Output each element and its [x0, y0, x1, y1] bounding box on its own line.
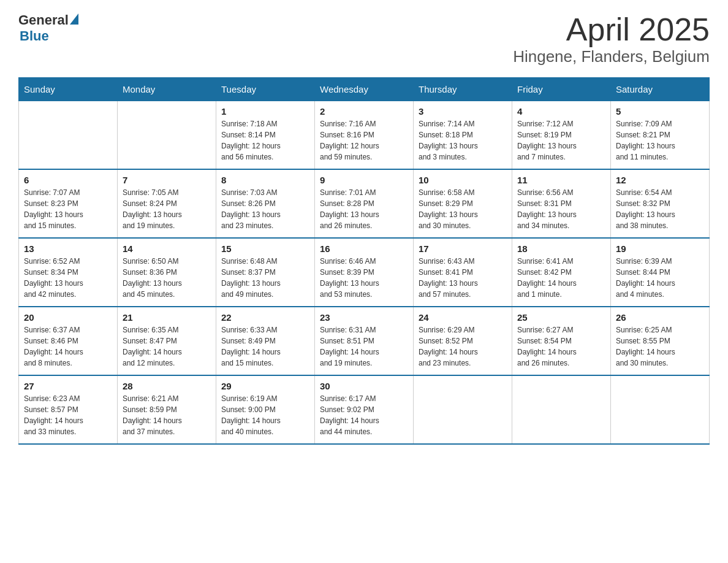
day-info: Sunrise: 6:50 AM Sunset: 8:36 PM Dayligh… [123, 256, 211, 300]
day-number: 18 [517, 243, 605, 254]
logo-triangle-icon [70, 13, 78, 25]
day-number: 29 [221, 381, 309, 391]
day-info: Sunrise: 6:39 AM Sunset: 8:44 PM Dayligh… [616, 256, 704, 300]
calendar-week-row: 27Sunrise: 6:23 AM Sunset: 8:57 PM Dayli… [19, 375, 710, 444]
calendar-cell: 4Sunrise: 7:12 AM Sunset: 8:19 PM Daylig… [512, 101, 611, 170]
day-info: Sunrise: 6:37 AM Sunset: 8:46 PM Dayligh… [24, 324, 112, 369]
day-info: Sunrise: 6:29 AM Sunset: 8:52 PM Dayligh… [419, 324, 507, 369]
day-number: 25 [517, 312, 605, 323]
day-info: Sunrise: 7:12 AM Sunset: 8:19 PM Dayligh… [517, 118, 605, 163]
day-number: 17 [419, 243, 507, 254]
calendar-cell: 3Sunrise: 7:14 AM Sunset: 8:18 PM Daylig… [414, 101, 512, 170]
day-info: Sunrise: 6:27 AM Sunset: 8:54 PM Dayligh… [517, 324, 605, 369]
calendar-cell: 22Sunrise: 6:33 AM Sunset: 8:49 PM Dayli… [216, 307, 315, 375]
logo-blue-text: Blue [20, 28, 49, 44]
calendar-week-row: 6Sunrise: 7:07 AM Sunset: 8:23 PM Daylig… [19, 169, 710, 238]
page-title: April 2025 [513, 12, 710, 47]
calendar-cell: 1Sunrise: 7:18 AM Sunset: 8:14 PM Daylig… [216, 101, 315, 170]
day-info: Sunrise: 6:31 AM Sunset: 8:51 PM Dayligh… [320, 324, 408, 369]
calendar-cell: 27Sunrise: 6:23 AM Sunset: 8:57 PM Dayli… [19, 375, 118, 444]
day-info: Sunrise: 7:14 AM Sunset: 8:18 PM Dayligh… [419, 118, 507, 163]
calendar-cell: 18Sunrise: 6:41 AM Sunset: 8:42 PM Dayli… [512, 238, 611, 307]
day-info: Sunrise: 7:01 AM Sunset: 8:28 PM Dayligh… [320, 187, 408, 231]
day-number: 3 [419, 106, 507, 117]
day-number: 8 [221, 175, 309, 185]
day-info: Sunrise: 6:21 AM Sunset: 8:59 PM Dayligh… [123, 393, 211, 437]
logo: General Blue [18, 12, 78, 44]
calendar-cell: 7Sunrise: 7:05 AM Sunset: 8:24 PM Daylig… [118, 169, 216, 238]
day-number: 6 [24, 175, 112, 185]
day-number: 20 [24, 312, 112, 323]
calendar-cell [118, 101, 216, 170]
day-info: Sunrise: 7:18 AM Sunset: 8:14 PM Dayligh… [221, 118, 309, 163]
calendar-cell: 15Sunrise: 6:48 AM Sunset: 8:37 PM Dayli… [216, 238, 315, 307]
calendar-header-tuesday: Tuesday [216, 78, 315, 101]
calendar-cell [19, 101, 118, 170]
day-number: 13 [24, 243, 112, 254]
calendar-header-sunday: Sunday [19, 78, 118, 101]
calendar-cell: 11Sunrise: 6:56 AM Sunset: 8:31 PM Dayli… [512, 169, 611, 238]
day-info: Sunrise: 6:23 AM Sunset: 8:57 PM Dayligh… [24, 393, 112, 437]
calendar-header-friday: Friday [512, 78, 611, 101]
day-info: Sunrise: 6:43 AM Sunset: 8:41 PM Dayligh… [419, 256, 507, 300]
day-number: 21 [123, 312, 211, 323]
day-number: 10 [419, 175, 507, 185]
calendar-cell: 24Sunrise: 6:29 AM Sunset: 8:52 PM Dayli… [414, 307, 512, 375]
calendar-cell: 14Sunrise: 6:50 AM Sunset: 8:36 PM Dayli… [118, 238, 216, 307]
calendar-cell: 13Sunrise: 6:52 AM Sunset: 8:34 PM Dayli… [19, 238, 118, 307]
day-number: 30 [320, 381, 408, 391]
day-number: 16 [320, 243, 408, 254]
calendar-cell: 5Sunrise: 7:09 AM Sunset: 8:21 PM Daylig… [611, 101, 710, 170]
calendar-cell: 23Sunrise: 6:31 AM Sunset: 8:51 PM Dayli… [315, 307, 414, 375]
calendar-cell: 10Sunrise: 6:58 AM Sunset: 8:29 PM Dayli… [414, 169, 512, 238]
calendar-cell: 2Sunrise: 7:16 AM Sunset: 8:16 PM Daylig… [315, 101, 414, 170]
day-number: 26 [616, 312, 704, 323]
calendar-cell [611, 375, 710, 444]
day-info: Sunrise: 6:41 AM Sunset: 8:42 PM Dayligh… [517, 256, 605, 300]
calendar-cell: 16Sunrise: 6:46 AM Sunset: 8:39 PM Dayli… [315, 238, 414, 307]
day-number: 24 [419, 312, 507, 323]
calendar-cell: 17Sunrise: 6:43 AM Sunset: 8:41 PM Dayli… [414, 238, 512, 307]
day-number: 2 [320, 106, 408, 117]
calendar-table: SundayMondayTuesdayWednesdayThursdayFrid… [18, 77, 710, 445]
day-number: 22 [221, 312, 309, 323]
calendar-week-row: 1Sunrise: 7:18 AM Sunset: 8:14 PM Daylig… [19, 101, 710, 170]
title-block: April 2025 Hingene, Flanders, Belgium [513, 12, 710, 66]
day-number: 7 [123, 175, 211, 185]
day-number: 11 [517, 175, 605, 185]
calendar-cell: 6Sunrise: 7:07 AM Sunset: 8:23 PM Daylig… [19, 169, 118, 238]
day-info: Sunrise: 7:07 AM Sunset: 8:23 PM Dayligh… [24, 187, 112, 231]
calendar-header-row: SundayMondayTuesdayWednesdayThursdayFrid… [19, 78, 710, 101]
day-number: 4 [517, 106, 605, 117]
calendar-cell: 25Sunrise: 6:27 AM Sunset: 8:54 PM Dayli… [512, 307, 611, 375]
calendar-cell: 12Sunrise: 6:54 AM Sunset: 8:32 PM Dayli… [611, 169, 710, 238]
calendar-cell [512, 375, 611, 444]
day-info: Sunrise: 6:56 AM Sunset: 8:31 PM Dayligh… [517, 187, 605, 231]
day-info: Sunrise: 6:58 AM Sunset: 8:29 PM Dayligh… [419, 187, 507, 231]
day-number: 19 [616, 243, 704, 254]
logo-general-text: General [18, 12, 69, 28]
day-number: 12 [616, 175, 704, 185]
day-info: Sunrise: 6:17 AM Sunset: 9:02 PM Dayligh… [320, 393, 408, 437]
calendar-cell: 30Sunrise: 6:17 AM Sunset: 9:02 PM Dayli… [315, 375, 414, 444]
day-info: Sunrise: 7:09 AM Sunset: 8:21 PM Dayligh… [616, 118, 704, 163]
calendar-header-thursday: Thursday [414, 78, 512, 101]
day-number: 27 [24, 381, 112, 391]
calendar-cell: 26Sunrise: 6:25 AM Sunset: 8:55 PM Dayli… [611, 307, 710, 375]
day-info: Sunrise: 6:52 AM Sunset: 8:34 PM Dayligh… [24, 256, 112, 300]
day-info: Sunrise: 6:35 AM Sunset: 8:47 PM Dayligh… [123, 324, 211, 369]
calendar-cell: 9Sunrise: 7:01 AM Sunset: 8:28 PM Daylig… [315, 169, 414, 238]
day-info: Sunrise: 6:54 AM Sunset: 8:32 PM Dayligh… [616, 187, 704, 231]
calendar-cell: 21Sunrise: 6:35 AM Sunset: 8:47 PM Dayli… [118, 307, 216, 375]
calendar-week-row: 13Sunrise: 6:52 AM Sunset: 8:34 PM Dayli… [19, 238, 710, 307]
day-info: Sunrise: 7:05 AM Sunset: 8:24 PM Dayligh… [123, 187, 211, 231]
day-info: Sunrise: 7:03 AM Sunset: 8:26 PM Dayligh… [221, 187, 309, 231]
calendar-cell: 20Sunrise: 6:37 AM Sunset: 8:46 PM Dayli… [19, 307, 118, 375]
day-number: 9 [320, 175, 408, 185]
page-header: General Blue April 2025 Hingene, Flander… [18, 12, 710, 66]
calendar-cell: 28Sunrise: 6:21 AM Sunset: 8:59 PM Dayli… [118, 375, 216, 444]
day-info: Sunrise: 6:46 AM Sunset: 8:39 PM Dayligh… [320, 256, 408, 300]
day-info: Sunrise: 6:48 AM Sunset: 8:37 PM Dayligh… [221, 256, 309, 300]
calendar-cell [414, 375, 512, 444]
calendar-header-wednesday: Wednesday [315, 78, 414, 101]
